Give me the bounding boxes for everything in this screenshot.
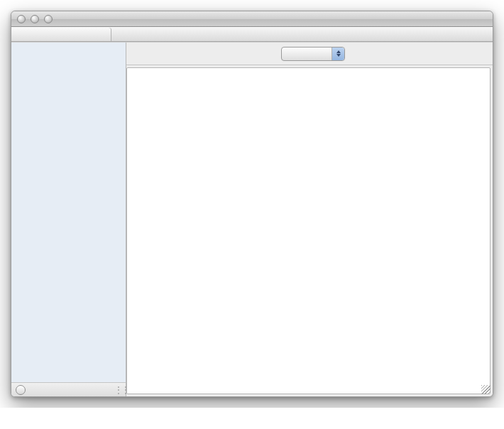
traffic-lights — [11, 15, 53, 23]
template-combobox[interactable] — [281, 47, 345, 61]
resize-corner-icon[interactable] — [481, 385, 491, 394]
minimize-icon[interactable] — [31, 15, 39, 23]
titlebar — [11, 11, 493, 27]
content-area: ⋮⋮ — [11, 42, 493, 396]
close-icon[interactable] — [17, 15, 26, 23]
help-button[interactable] — [16, 385, 26, 395]
tree — [11, 43, 126, 382]
resize-grip-icon[interactable]: ⋮⋮ — [114, 385, 121, 395]
template-toolbar — [126, 43, 493, 65]
tabbar — [11, 27, 493, 42]
chevron-updown-icon — [332, 48, 344, 60]
tab-sun[interactable] — [11, 28, 111, 41]
app-window: ⋮⋮ — [11, 11, 493, 397]
zoom-icon[interactable] — [44, 15, 53, 23]
main-panel — [126, 43, 493, 396]
sidebar-footer: ⋮⋮ — [11, 382, 126, 396]
sidebar: ⋮⋮ — [11, 43, 126, 396]
template-editor[interactable] — [126, 67, 491, 394]
